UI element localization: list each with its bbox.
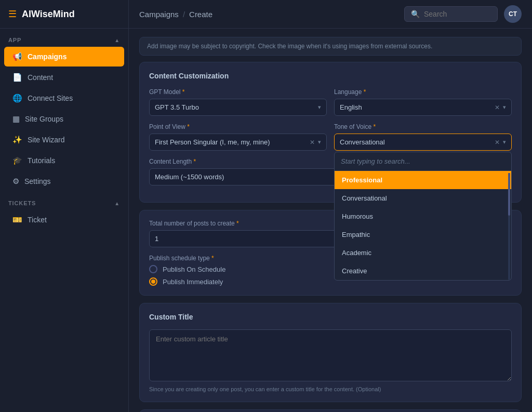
- sidebar-item-content[interactable]: 📄 Content: [4, 68, 124, 87]
- sidebar-item-tutorials[interactable]: 🎓 Tutorials: [4, 151, 124, 170]
- tone-option-empathic[interactable]: Empathic: [335, 225, 511, 244]
- sidebar-item-site-wizard[interactable]: ✨ Site Wizard: [4, 130, 124, 150]
- dropdown-scrollbar-thumb: [508, 173, 510, 216]
- pov-clear-icon[interactable]: ✕: [310, 139, 315, 146]
- chevron-down-icon-pov: ▾: [318, 139, 321, 145]
- language-select[interactable]: English ✕ ▾: [334, 99, 512, 116]
- pov-group: Point of View * First Person Singular (I…: [149, 123, 327, 151]
- tone-group: Tone of Voice * Conversational ✕ ▾ Start…: [334, 123, 512, 151]
- language-clear-icon[interactable]: ✕: [495, 104, 500, 111]
- sidebar-item-settings[interactable]: ⚙ Settings: [4, 171, 124, 191]
- settings-icon: ⚙: [12, 177, 19, 186]
- custom-title-hint: Since you are creating only one post, yo…: [149, 386, 512, 392]
- gpt-model-select[interactable]: GPT 3.5 Turbo ▾: [149, 99, 327, 116]
- search-input[interactable]: [424, 10, 491, 18]
- tone-option-academic[interactable]: Academic: [335, 244, 511, 262]
- language-label: Language *: [334, 88, 512, 96]
- tone-clear-icon[interactable]: ✕: [495, 139, 500, 146]
- language-group: Language * English ✕ ▾: [334, 88, 512, 116]
- site-wizard-icon: ✨: [12, 135, 22, 144]
- tone-option-professional[interactable]: Professional: [335, 171, 511, 189]
- sidebar-section-app: APP ▲: [0, 29, 128, 46]
- radio-circle-immediately: [149, 277, 157, 286]
- breadcrumb: Campaigns / Create: [139, 10, 212, 19]
- sidebar-item-connect-sites[interactable]: 🌐 Connect Sites: [4, 88, 124, 108]
- search-box[interactable]: 🔍: [404, 6, 498, 22]
- sidebar: ☰ AIWiseMind APP ▲ 📢 Campaigns 📄 Content…: [0, 0, 129, 412]
- custom-title-textarea[interactable]: [149, 329, 512, 381]
- breadcrumb-separator: /: [183, 10, 185, 19]
- pov-label: Point of View *: [149, 123, 327, 130]
- logo: AIWiseMind: [22, 9, 75, 20]
- campaigns-icon: 📢: [12, 52, 22, 61]
- sidebar-item-site-groups[interactable]: ▦ Site Groups: [4, 109, 124, 129]
- custom-title-heading: Custom Title: [149, 313, 512, 321]
- gpt-model-group: GPT Model * GPT 3.5 Turbo ▾: [149, 88, 327, 116]
- sidebar-header: ☰ AIWiseMind: [0, 0, 128, 29]
- sidebar-section-tickets: TICKETS ▲: [0, 192, 128, 209]
- tone-option-humorous[interactable]: Humorous: [335, 207, 511, 225]
- notice-banner: Add image may be subject to copyright. C…: [139, 37, 522, 56]
- content-icon: 📄: [12, 73, 22, 82]
- search-icon: 🔍: [411, 10, 420, 18]
- ticket-icon: 🎫: [12, 215, 22, 224]
- tone-label: Tone of Voice *: [334, 123, 512, 130]
- content-customization-title: Content Customization: [149, 72, 512, 80]
- site-groups-icon: ▦: [12, 114, 20, 124]
- dropdown-scrollbar[interactable]: [508, 173, 510, 280]
- tone-search-placeholder[interactable]: Start typing to search...: [335, 152, 511, 171]
- tone-option-conversational[interactable]: Conversational: [335, 189, 511, 207]
- breadcrumb-campaigns[interactable]: Campaigns: [139, 10, 179, 19]
- distribution-card: Distribution: [139, 409, 522, 412]
- chevron-up-icon-tickets: ▲: [114, 201, 120, 206]
- tone-dropdown-menu: Start typing to search... Professional C…: [334, 152, 512, 281]
- pov-select[interactable]: First Person Singular (I, me, my, mine) …: [149, 134, 327, 151]
- tone-select[interactable]: Conversational ✕ ▾: [334, 134, 512, 151]
- hamburger-icon[interactable]: ☰: [8, 8, 17, 20]
- chevron-down-icon: ▾: [318, 104, 321, 111]
- tutorials-icon: 🎓: [12, 156, 22, 165]
- connect-sites-icon: 🌐: [12, 94, 22, 103]
- topbar-right: 🔍 CT: [404, 5, 522, 23]
- chevron-down-icon-tone: ▾: [503, 139, 506, 145]
- avatar: CT: [504, 5, 522, 23]
- custom-title-card: Custom Title Since you are creating only…: [139, 303, 522, 402]
- tone-option-creative[interactable]: Creative: [335, 262, 511, 280]
- content-customization-card: Content Customization GPT Model * GPT 3.…: [139, 62, 522, 203]
- topbar: Campaigns / Create 🔍 CT: [129, 0, 532, 29]
- breadcrumb-create: Create: [189, 10, 212, 19]
- form-row-gpt-lang: GPT Model * GPT 3.5 Turbo ▾ Language *: [149, 88, 512, 116]
- form-row-pov-tone: Point of View * First Person Singular (I…: [149, 123, 512, 151]
- sidebar-item-ticket[interactable]: 🎫 Ticket: [4, 210, 124, 230]
- chevron-down-icon-lang: ▾: [503, 104, 506, 111]
- radio-circle-schedule: [149, 265, 157, 273]
- chevron-up-icon: ▲: [114, 37, 120, 43]
- main-panel: Campaigns / Create 🔍 CT Add image may be…: [129, 0, 532, 412]
- sidebar-item-campaigns[interactable]: 📢 Campaigns: [4, 47, 124, 67]
- gpt-model-label: GPT Model *: [149, 88, 327, 96]
- content-area: Add image may be subject to copyright. C…: [129, 29, 532, 412]
